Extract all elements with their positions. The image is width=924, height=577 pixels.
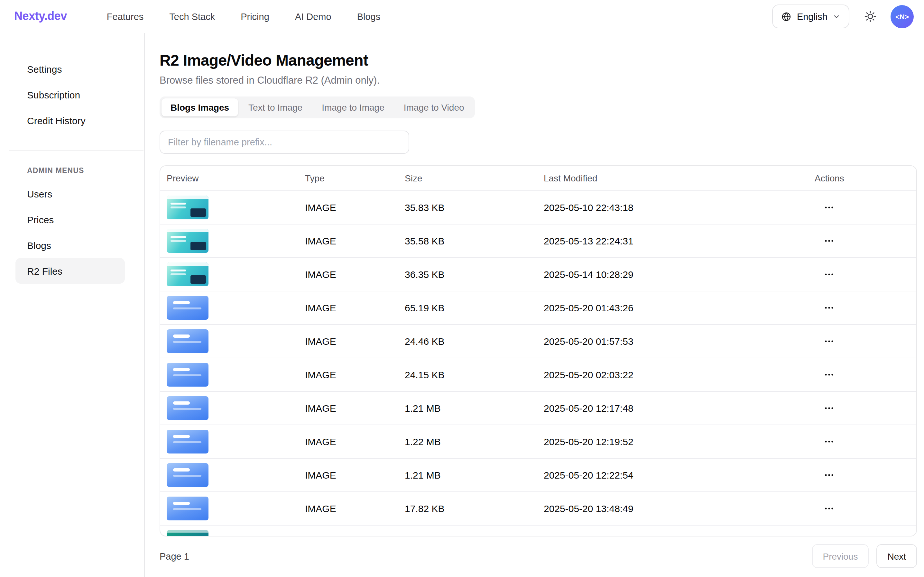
ellipsis-icon: [824, 403, 835, 414]
tab-blogs-images[interactable]: Blogs Images: [161, 98, 238, 116]
cell-type: IMAGE: [305, 235, 405, 247]
nav-link-tech-stack[interactable]: Tech Stack: [169, 11, 215, 21]
globe-icon: [782, 11, 792, 21]
cell-type: IMAGE: [305, 403, 405, 414]
row-actions-button[interactable]: [819, 333, 840, 349]
sidebar-account-group: SettingsSubscriptionCredit History: [15, 56, 125, 133]
cell-last-modified: 2025-05-20 02:03:22: [544, 369, 814, 380]
ellipsis-icon: [824, 202, 835, 213]
sidebar-admin-group: UsersPricesBlogsR2 Files: [15, 181, 125, 284]
cell-type: IMAGE: [305, 503, 405, 514]
row-actions-button[interactable]: [819, 467, 840, 483]
cell-preview: [167, 496, 305, 521]
sidebar-item-prices[interactable]: Prices: [15, 206, 125, 232]
filename-filter-input[interactable]: [160, 131, 409, 154]
language-selector[interactable]: English: [772, 5, 849, 28]
cell-size: 24.15 KB: [405, 369, 544, 380]
column-header-last-modified: Last Modified: [544, 173, 814, 183]
row-actions-button[interactable]: [819, 400, 840, 416]
tab-image-to-video[interactable]: Image to Video: [395, 98, 473, 116]
table-footer: Page 1 Previous Next: [160, 544, 917, 568]
table-header: PreviewTypeSizeLast ModifiedActions: [160, 166, 916, 190]
cell-size: 35.83 KB: [405, 202, 544, 213]
thumbnail-preview: [167, 463, 208, 487]
thumbnail-preview: [167, 195, 208, 219]
cell-size: 1.21 MB: [405, 470, 544, 480]
cell-preview: [167, 530, 305, 537]
table-row: IMAGE24.46 KB2025-05-20 01:57:53: [160, 324, 916, 358]
sidebar-item-r2-files[interactable]: R2 Files: [15, 258, 125, 284]
cell-last-modified: 2025-05-20 01:57:53: [544, 336, 814, 347]
cell-size: 24.46 KB: [405, 336, 544, 347]
ellipsis-icon: [824, 470, 835, 480]
nav-link-features[interactable]: Features: [107, 11, 144, 21]
sidebar-item-settings[interactable]: Settings: [15, 56, 125, 82]
table-row: IMAGE1.22 MB2025-05-20 12:19:52: [160, 425, 916, 458]
sidebar-item-blogs[interactable]: Blogs: [15, 232, 125, 258]
row-actions-button[interactable]: [819, 434, 840, 450]
cell-preview: [167, 263, 305, 286]
table-row: IMAGE36.35 KB2025-05-14 10:28:29: [160, 257, 916, 291]
table-row: [160, 525, 916, 537]
cell-preview: [167, 363, 305, 387]
ellipsis-icon: [824, 436, 835, 447]
row-actions-button[interactable]: [819, 367, 840, 383]
language-label: English: [797, 11, 827, 21]
cell-preview: [167, 396, 305, 420]
sidebar: SettingsSubscriptionCredit History ADMIN…: [0, 33, 145, 577]
column-header-type: Type: [305, 173, 405, 183]
row-actions-button[interactable]: [819, 200, 840, 216]
cell-actions: [814, 233, 916, 249]
previous-page-button[interactable]: Previous: [812, 544, 869, 568]
thumbnail-preview: [167, 496, 208, 521]
top-navbar: Nexty.dev FeaturesTech StackPricingAI De…: [0, 0, 924, 33]
table-body: IMAGE35.83 KB2025-05-10 22:43:18IMAGE35.…: [160, 190, 916, 537]
thumbnail-preview: [167, 363, 208, 387]
table-row: IMAGE1.21 MB2025-05-20 12:17:48: [160, 391, 916, 425]
next-page-button[interactable]: Next: [876, 544, 917, 568]
sidebar-item-subscription[interactable]: Subscription: [15, 82, 125, 107]
sidebar-item-credit-history[interactable]: Credit History: [15, 107, 125, 133]
page-indicator: Page 1: [160, 551, 189, 561]
cell-actions: [814, 300, 916, 316]
brand-logo[interactable]: Nexty.dev: [14, 10, 67, 23]
table-row: IMAGE35.83 KB2025-05-10 22:43:18: [160, 190, 916, 224]
row-actions-button[interactable]: [819, 233, 840, 249]
nav-link-pricing[interactable]: Pricing: [241, 11, 269, 21]
cell-preview: [167, 296, 305, 320]
cell-preview: [167, 229, 305, 253]
nav-link-blogs[interactable]: Blogs: [357, 11, 381, 21]
topbar-controls: English <N>: [772, 4, 914, 29]
cell-actions: [814, 434, 916, 450]
thumbnail-preview: [167, 530, 208, 537]
row-actions-button[interactable]: [819, 266, 840, 282]
cell-type: IMAGE: [305, 436, 405, 447]
table-row: IMAGE35.58 KB2025-05-13 22:24:31: [160, 224, 916, 257]
column-header-size: Size: [405, 173, 544, 183]
avatar-initials: <N>: [895, 13, 909, 20]
tab-image-to-image[interactable]: Image to Image: [313, 98, 393, 116]
page-layout: SettingsSubscriptionCredit History ADMIN…: [0, 33, 924, 577]
sidebar-divider: [9, 150, 144, 150]
app-root: Nexty.dev FeaturesTech StackPricingAI De…: [0, 0, 924, 577]
user-avatar[interactable]: <N>: [890, 5, 914, 28]
cell-last-modified: 2025-05-20 01:43:26: [544, 302, 814, 313]
table-row: IMAGE65.19 KB2025-05-20 01:43:26: [160, 291, 916, 324]
row-actions-button[interactable]: [819, 500, 840, 517]
sidebar-item-users[interactable]: Users: [15, 181, 125, 206]
cell-last-modified: 2025-05-20 12:22:54: [544, 470, 814, 480]
cell-size: 1.22 MB: [405, 436, 544, 447]
thumbnail-preview: [167, 430, 208, 453]
cell-last-modified: 2025-05-20 13:48:49: [544, 503, 814, 514]
tab-text-to-image[interactable]: Text to Image: [239, 98, 311, 116]
page-subtitle: Browse files stored in Cloudflare R2 (Ad…: [160, 74, 917, 87]
tab-bar: Blogs ImagesText to ImageImage to ImageI…: [160, 97, 475, 118]
cell-type: IMAGE: [305, 336, 405, 347]
nav-link-ai-demo[interactable]: AI Demo: [295, 11, 331, 21]
column-header-actions: Actions: [814, 173, 916, 183]
theme-toggle-button[interactable]: [858, 4, 882, 29]
ellipsis-icon: [824, 269, 835, 280]
cell-size: 1.21 MB: [405, 403, 544, 414]
row-actions-button[interactable]: [819, 300, 840, 316]
thumbnail-preview: [167, 296, 208, 320]
